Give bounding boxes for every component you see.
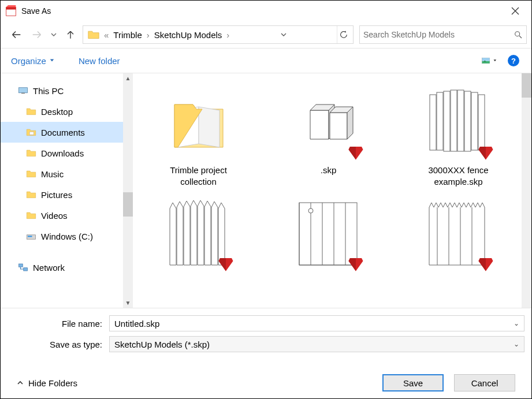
tree-music[interactable]: Music — [1, 163, 133, 184]
folder-icon — [26, 128, 36, 136]
thumbnail — [418, 193, 499, 274]
organize-label: Organize — [11, 56, 46, 66]
file-item-skp[interactable] — [275, 193, 382, 276]
save-label: Save — [403, 378, 423, 388]
folder-large-icon — [164, 87, 233, 156]
file-item-skp[interactable]: .skp — [275, 81, 382, 187]
network-icon — [18, 263, 28, 272]
scroll-up-icon[interactable]: ▲ — [123, 73, 133, 83]
tree-label: Windows (C:) — [41, 232, 93, 241]
tree-this-pc[interactable]: This PC — [1, 80, 133, 101]
tree-downloads[interactable]: Downloads — [1, 143, 133, 163]
svg-rect-16 — [451, 90, 457, 151]
file-list: Trimble project collection — [133, 73, 531, 308]
svg-rect-8 — [29, 132, 34, 135]
nav-back-button[interactable] — [8, 26, 25, 43]
file-item-skp[interactable] — [145, 193, 252, 276]
footer-buttons: Save Cancel — [382, 374, 515, 391]
chevron-right-icon: › — [146, 30, 151, 40]
sidebar-scrollbar[interactable]: ▲ ▼ — [123, 73, 133, 308]
cancel-button[interactable]: Cancel — [454, 374, 515, 391]
svg-rect-19 — [471, 92, 478, 150]
svg-point-28 — [308, 208, 313, 213]
new-folder-button[interactable]: New folder — [79, 56, 120, 66]
file-item-folder[interactable]: Trimble project collection — [145, 81, 252, 187]
filename-field[interactable]: Untitled.skp ⌄ — [109, 315, 524, 331]
drive-icon — [26, 232, 36, 240]
scroll-down-icon[interactable]: ▼ — [123, 298, 133, 308]
svg-rect-5 — [482, 58, 490, 61]
dialog-body: This PC Desktop Documents Downloads Musi… — [1, 73, 531, 308]
organize-menu[interactable]: Organize — [11, 56, 54, 66]
tree-label: Desktop — [41, 107, 73, 117]
help-button[interactable]: ? — [506, 53, 521, 68]
arrow-up-icon — [65, 29, 76, 40]
footer: Hide Folders Save Cancel — [8, 357, 524, 398]
tree-label: Pictures — [41, 190, 72, 200]
tree-desktop[interactable]: Desktop — [1, 101, 133, 122]
breadcrumb-sketchup-models[interactable]: SketchUp Models — [152, 30, 225, 40]
svg-rect-20 — [478, 95, 485, 150]
tree-pictures[interactable]: Pictures — [1, 184, 133, 205]
breadcrumb-trimble[interactable]: Trimble — [111, 30, 144, 40]
tree-label: Music — [41, 169, 64, 179]
save-button[interactable]: Save — [382, 374, 444, 391]
content-scrollbar[interactable] — [522, 73, 531, 308]
tree-label: Downloads — [41, 148, 84, 158]
filename-label: File name: — [8, 319, 109, 329]
svg-rect-15 — [444, 91, 450, 151]
toolbar: Organize New folder — [1, 48, 531, 73]
search-box[interactable] — [359, 25, 527, 44]
filename-row: File name: Untitled.skp ⌄ — [8, 315, 524, 331]
tree-label: This PC — [33, 86, 64, 96]
breadcrumb-sep: « — [103, 30, 110, 40]
nav-history-dropdown[interactable] — [49, 26, 58, 43]
skp-badge-icon — [347, 144, 364, 161]
file-label: Trimble project collection — [152, 165, 245, 187]
search-input[interactable] — [363, 30, 514, 39]
app-icon — [5, 5, 17, 17]
nav-forward-button[interactable] — [28, 26, 46, 43]
folder-icon — [88, 29, 99, 40]
save-as-dialog: Save As — [0, 0, 532, 399]
svg-rect-6 — [19, 88, 28, 93]
scrollbar-thumb[interactable] — [123, 192, 133, 217]
address-dropdown[interactable] — [277, 26, 291, 43]
pc-icon — [18, 87, 28, 95]
scrollbar-thumb[interactable] — [522, 73, 531, 98]
window-title: Save As — [21, 6, 504, 16]
tree-videos[interactable]: Videos — [1, 205, 133, 226]
svg-rect-11 — [19, 264, 23, 267]
tree-windows-c[interactable]: Windows (C:) — [1, 226, 133, 247]
tree-network[interactable]: Network — [1, 257, 133, 278]
folder-icon — [26, 211, 36, 219]
cancel-label: Cancel — [471, 378, 498, 388]
view-options-button[interactable] — [482, 53, 497, 68]
hide-folders-button[interactable]: Hide Folders — [17, 378, 77, 388]
file-item-skp[interactable]: 3000XXX fence example.skp — [405, 81, 512, 187]
navigation-bar: « Trimble › SketchUp Models › — [1, 21, 531, 48]
tree-documents[interactable]: Documents — [1, 122, 133, 143]
skp-badge-icon — [477, 144, 494, 161]
address-bar[interactable]: « Trimble › SketchUp Models › — [83, 25, 354, 44]
svg-rect-18 — [464, 91, 471, 151]
close-button[interactable] — [504, 2, 527, 20]
refresh-button[interactable] — [337, 26, 351, 43]
filetype-combobox[interactable]: SketchUp Models (*.skp) ⌄ — [109, 336, 524, 352]
toolbar-right: ? — [482, 53, 521, 68]
new-folder-label: New folder — [79, 56, 120, 66]
filetype-value: SketchUp Models (*.skp) — [114, 340, 210, 349]
svg-rect-10 — [28, 236, 32, 237]
filetype-label: Save as type: — [8, 340, 109, 349]
thumbnail — [288, 193, 369, 274]
filename-value: Untitled.skp — [114, 319, 159, 329]
dropdown-arrow-icon — [493, 58, 497, 63]
folder-icon — [26, 191, 36, 199]
file-item-skp[interactable] — [405, 193, 512, 276]
svg-rect-14 — [437, 92, 443, 150]
refresh-icon — [339, 30, 348, 39]
hide-folders-label: Hide Folders — [28, 378, 77, 388]
help-icon: ? — [508, 55, 519, 66]
nav-up-button[interactable] — [62, 26, 79, 43]
svg-rect-17 — [457, 90, 464, 151]
